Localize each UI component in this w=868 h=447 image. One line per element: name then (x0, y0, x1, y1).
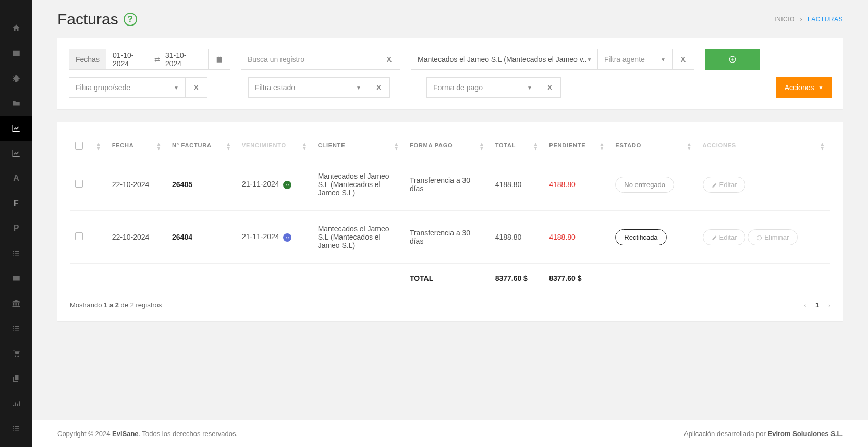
sidebar-folder[interactable] (0, 91, 32, 116)
table-panel: ▲▼ FECHA▲▼ Nº FACTURA▲▼ VENCIMIENTO▲▼ CL… (57, 122, 843, 321)
pago-select[interactable]: Forma de pago ▼ (426, 77, 539, 98)
calendar-button[interactable] (209, 49, 230, 70)
sidebar-copy[interactable] (0, 366, 32, 391)
ban-icon (756, 235, 762, 241)
calendar-icon (216, 56, 223, 63)
folder-icon (11, 98, 21, 108)
cell-num[interactable]: 26405 (167, 158, 237, 211)
group-clear-button[interactable]: X (186, 77, 207, 98)
chevron-down-icon: ▼ (356, 85, 361, 91)
cart-icon (11, 349, 21, 358)
sidebar-card[interactable] (0, 41, 32, 66)
table-row: 22-10-20242640421-11-2024 ‹›Mantecados e… (70, 211, 830, 264)
edit-icon (712, 182, 717, 188)
edit-icon (712, 235, 717, 241)
acciones-button[interactable]: Acciones ▼ (776, 77, 832, 98)
date-range-display[interactable]: 01-10-2024 ⇄ 31-10-2024 (106, 49, 209, 70)
status-badge-icon: ‹› (283, 233, 291, 242)
estado-pill[interactable]: No entregado (615, 177, 674, 193)
col-num-factura[interactable]: Nº FACTURA▲▼ (167, 134, 237, 158)
estado-select[interactable]: Filtra estado ▼ (248, 77, 368, 98)
sidebar-f[interactable]: F (0, 191, 32, 216)
sidebar-chart-bar[interactable] (0, 391, 32, 416)
cell-vencimiento: 21-11-2024 ‹› (237, 158, 313, 211)
col-vencimiento[interactable]: VENCIMIENTO▲▼ (237, 134, 313, 158)
sidebar-cart[interactable] (0, 341, 32, 366)
edit-button[interactable]: Editar (703, 229, 746, 245)
plus-circle-icon (729, 56, 736, 63)
client-selected-value: Mantecados el Jameo S.L (Mantecados el J… (418, 55, 587, 64)
copy-icon (11, 374, 21, 383)
cell-total: 4188.80 (490, 211, 544, 264)
add-button[interactable] (705, 49, 760, 70)
sidebar-chart1[interactable] (0, 116, 32, 141)
breadcrumb-current: FACTURAS (808, 16, 843, 23)
sort-icon[interactable]: ▲▼ (96, 142, 102, 151)
breadcrumb-home[interactable]: INICIO (774, 16, 795, 23)
row-checkbox[interactable] (75, 180, 83, 188)
bug-icon (11, 73, 21, 83)
breadcrumb: INICIO › FACTURAS (774, 16, 843, 23)
group-select[interactable]: Filtra grupo/sede ▼ (69, 77, 186, 98)
list-icon (11, 249, 21, 258)
sidebar-bug[interactable] (0, 66, 32, 91)
col-total[interactable]: TOTAL▲▼ (490, 134, 544, 158)
sidebar-chart2[interactable] (0, 141, 32, 166)
date-range-filter: Fechas 01-10-2024 ⇄ 31-10-2024 (69, 49, 230, 70)
sidebar-list2[interactable] (0, 316, 32, 341)
records-info: Mostrando 1 a 2 de 2 registros (70, 301, 162, 309)
client-filter: Mantecados el Jameo S.L (Mantecados el J… (411, 49, 587, 70)
pago-placeholder: Forma de pago (433, 83, 483, 92)
cell-num[interactable]: 26404 (167, 211, 237, 264)
agent-select[interactable]: Filtra agente ▼ (597, 49, 673, 70)
page-current: 1 (815, 301, 819, 309)
sidebar-bank[interactable] (0, 291, 32, 316)
edit-button[interactable]: Editar (703, 177, 746, 193)
search-input[interactable] (248, 49, 372, 69)
delete-button[interactable]: Eliminar (748, 229, 798, 245)
sidebar-creditcard[interactable] (0, 266, 32, 291)
date-to: 31-10-2024 (165, 51, 202, 68)
sidebar-list3[interactable] (0, 416, 32, 441)
sidebar-a[interactable]: A (0, 166, 32, 191)
estado-clear-button[interactable]: X (368, 77, 390, 98)
page-next[interactable]: › (828, 302, 830, 308)
col-estado[interactable]: ESTADO▲▼ (610, 134, 697, 158)
sidebar-p[interactable]: P (0, 216, 32, 241)
search-clear-button[interactable]: X (378, 49, 400, 70)
list-icon (11, 324, 21, 333)
cell-cliente: Mantecados el Jameo S.L (Mantecados el J… (313, 158, 405, 211)
select-all-checkbox[interactable] (75, 142, 83, 150)
cell-fecha: 22-10-2024 (107, 158, 167, 211)
agent-clear-button[interactable]: X (673, 49, 694, 70)
estado-pill[interactable]: Rectificada (615, 229, 666, 245)
col-forma-pago[interactable]: FORMA PAGO▲▼ (405, 134, 490, 158)
status-badge-icon: ‹› (283, 181, 291, 189)
pago-clear-button[interactable]: X (539, 77, 561, 98)
id-card-icon (11, 48, 21, 58)
col-fecha[interactable]: FECHA▲▼ (107, 134, 167, 158)
table-row: 22-10-20242640521-11-2024 ‹›Mantecados e… (70, 158, 830, 211)
cell-forma-pago: Transferencia a 30 días (405, 158, 490, 211)
chart-line-icon (11, 123, 21, 133)
client-select[interactable]: Mantecados el Jameo S.L (Mantecados el J… (411, 49, 598, 70)
copyright: Copyright © 2024 EviSane. Todos los dere… (57, 430, 238, 438)
page-prev[interactable]: ‹ (804, 302, 806, 308)
home-icon (11, 23, 21, 33)
sidebar-list1[interactable] (0, 241, 32, 266)
col-acciones[interactable]: ACCIONES▲▼ (698, 134, 831, 158)
dates-label: Fechas (69, 49, 106, 70)
col-cliente[interactable]: CLIENTE▲▼ (313, 134, 405, 158)
cell-vencimiento: 21-11-2024 ‹› (237, 211, 313, 264)
help-icon[interactable]: ? (124, 13, 137, 26)
filters-panel: Fechas 01-10-2024 ⇄ 31-10-2024 (57, 38, 843, 109)
pagination: ‹ 1 › (804, 301, 830, 309)
row-checkbox[interactable] (75, 232, 83, 240)
totals-total: 8377.60 $ (490, 264, 544, 293)
sidebar: A F P (0, 0, 32, 447)
cell-forma-pago: Transferencia a 30 días (405, 211, 490, 264)
cell-total: 4188.80 (490, 158, 544, 211)
chevron-down-icon: ▼ (661, 57, 666, 63)
sidebar-home[interactable] (0, 16, 32, 41)
col-pendiente[interactable]: PENDIENTE▲▼ (544, 134, 610, 158)
